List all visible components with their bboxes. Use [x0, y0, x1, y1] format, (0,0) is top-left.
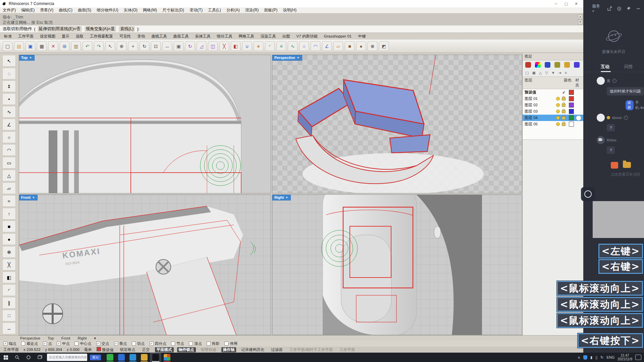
split-icon[interactable]: ◧ — [231, 41, 240, 51]
task-view-button[interactable] — [34, 353, 46, 362]
viewport-top-label[interactable]: Top ▼ — [19, 55, 35, 61]
app-file-icon[interactable] — [611, 162, 618, 169]
open-file-icon[interactable]: ▤ — [14, 41, 24, 51]
offset-icon[interactable]: ≡ — [276, 41, 286, 51]
layer-row[interactable]: 图层 03 — [523, 108, 583, 115]
join-icon[interactable]: ∪ — [242, 41, 252, 51]
copy-icon[interactable]: ⊞ — [60, 41, 69, 51]
layer-color-swatch[interactable] — [569, 109, 574, 114]
minimize-button[interactable]: ─ — [551, 0, 561, 7]
tray-security-icon[interactable] — [583, 355, 587, 360]
viewport-top[interactable]: Top ▼ — [19, 55, 271, 193]
array-icon[interactable]: ∷ — [2, 310, 16, 321]
viewport-front-label[interactable]: Front ▼ — [19, 195, 38, 200]
menu-item[interactable]: 渲染(R) — [245, 7, 259, 13]
filter-layers-icon[interactable]: ▼ — [551, 71, 555, 75]
taskbar-app-browser[interactable] — [127, 353, 139, 362]
osnap-toggle[interactable]: 节点 — [171, 341, 184, 346]
layer-lock-icon[interactable] — [562, 104, 566, 107]
split-icon[interactable]: ◧ — [2, 272, 16, 283]
surface-icon[interactable]: ▱ — [333, 41, 343, 51]
boolean-union-icon[interactable]: ⊕ — [2, 246, 16, 258]
command-option[interactable]: 视角交集(A)=是 — [85, 26, 116, 32]
offset-icon[interactable]: ∥ — [2, 297, 16, 309]
toolbar-tab[interactable]: 曲线工具 — [152, 34, 167, 39]
new-file-icon[interactable]: ▢ — [3, 41, 12, 51]
menu-item[interactable]: 实体(O) — [124, 7, 138, 13]
fillet-icon[interactable]: ◜ — [265, 41, 275, 51]
viewport-front-caret-icon[interactable]: ▼ — [32, 196, 35, 199]
cut-icon[interactable]: ✕ — [48, 41, 58, 51]
avatar[interactable] — [597, 77, 605, 85]
taskbar-app-file-explorer[interactable] — [139, 353, 150, 362]
arc-icon[interactable]: ◠ — [2, 144, 16, 156]
sphere-icon[interactable]: ● — [2, 233, 16, 245]
taskbar-app-security[interactable] — [116, 353, 127, 362]
layer-settings-icon[interactable]: ≡ — [565, 71, 567, 75]
layer-color-swatch[interactable] — [569, 122, 574, 127]
trim-icon[interactable]: ╳ — [219, 41, 229, 51]
pan-icon[interactable]: ⇕ — [2, 80, 16, 92]
checkbox-icon[interactable] — [21, 342, 25, 346]
input-language-indicator[interactable]: ENG — [606, 355, 614, 359]
box-icon[interactable]: ■ — [2, 221, 16, 232]
settings-target-icon[interactable] — [617, 6, 622, 11]
status-toggle[interactable]: 锁定格点 — [118, 347, 137, 352]
viewport-right-label[interactable]: Right ▼ — [272, 195, 291, 200]
save-icon[interactable]: ▣ — [25, 41, 35, 51]
layer-row[interactable]: 图层 01 — [523, 96, 583, 102]
menu-item[interactable]: 细分物件(U) — [97, 7, 118, 13]
toolbar-tab[interactable]: 标准 — [4, 34, 12, 39]
viewport-top-caret-icon[interactable]: ▼ — [29, 56, 32, 59]
dimension-icon[interactable]: ↔ — [2, 322, 16, 334]
status-toggle[interactable]: 平面模式 — [155, 347, 174, 352]
select-icon[interactable]: ↖ — [105, 41, 115, 51]
menu-item[interactable]: 编辑(E) — [21, 7, 35, 13]
checkbox-icon[interactable] — [171, 342, 175, 346]
layer-lock-icon[interactable] — [562, 110, 566, 113]
layer-row[interactable]: 图层 04 — [523, 115, 583, 121]
select-icon[interactable]: ↖ — [2, 55, 16, 67]
toolbar-tab[interactable]: 设定视图 — [40, 34, 55, 39]
osnap-toggle[interactable]: 投影 — [207, 341, 220, 346]
pin-icon[interactable] — [626, 6, 631, 11]
tray-battery-icon[interactable]: ▯ — [595, 355, 597, 360]
command-option[interactable]: 直线(L) — [119, 26, 135, 32]
menu-item[interactable]: 曲面(S) — [78, 7, 91, 13]
command-history[interactable]: 指令: _Trim 正在建立网格... 按 Esc 取消 ▲ ▼ — [0, 14, 583, 25]
sidebar-menu-button[interactable]: 服务 ˅ — [592, 3, 602, 14]
rendering-panel-icon[interactable] — [554, 62, 560, 68]
move-layer-up-icon[interactable]: △ — [539, 71, 542, 75]
tray-sync-icon[interactable]: ↻ — [600, 355, 603, 360]
layer-tools-icon[interactable]: ➔ — [558, 71, 561, 75]
layer-lock-icon[interactable] — [562, 97, 566, 101]
toolbar-tab[interactable]: 网格工具 — [239, 34, 254, 39]
maximize-button[interactable]: ▢ — [561, 0, 571, 7]
close-button[interactable]: ✕ — [571, 0, 581, 7]
notes-panel-icon[interactable] — [574, 62, 580, 68]
explode-icon[interactable]: ∗ — [254, 41, 263, 51]
toolbar-tab[interactable]: Grasshopper 01 — [324, 34, 352, 38]
zoom-window-icon[interactable]: ⊡ — [151, 41, 161, 51]
toolbar-tab[interactable]: V7 的新功能 — [297, 34, 318, 39]
osnap-toggle[interactable]: ✓端点 — [3, 341, 16, 346]
osnap-toggle[interactable]: ✓中点 — [57, 341, 70, 346]
status-toggle[interactable]: 智慧轨迹 — [199, 347, 218, 352]
avatar[interactable] — [597, 114, 605, 122]
redo-icon[interactable]: ↷ — [94, 41, 104, 51]
menu-item[interactable]: 文件(F) — [3, 7, 16, 13]
screen-share-preview[interactable] — [593, 201, 644, 238]
render-icon[interactable]: ◩ — [379, 41, 389, 51]
rotate-view-icon[interactable]: ↻ — [140, 41, 149, 51]
toolbar-tab[interactable]: 实体工具 — [195, 34, 211, 39]
layer-visibility-bulb-icon[interactable] — [556, 97, 560, 101]
layer-lock-icon[interactable] — [562, 123, 566, 126]
polyline-icon[interactable]: ∠ — [2, 119, 16, 130]
viewport-right[interactable]: Right ▼ — [272, 194, 522, 335]
print-icon[interactable]: ▦ — [37, 41, 47, 51]
viewport-perspective-caret-icon[interactable]: ▼ — [297, 56, 300, 59]
menu-item[interactable]: 曲线(C) — [59, 7, 72, 13]
command-scroll-up-icon[interactable]: ▲ — [578, 14, 583, 19]
osnap-toggle[interactable]: ✓交点 — [96, 341, 109, 346]
status-toggle[interactable]: 过滤器 — [269, 347, 284, 352]
